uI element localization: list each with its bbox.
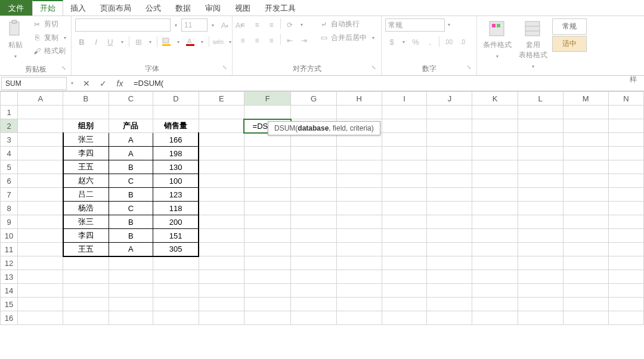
cell-D13[interactable] <box>153 270 199 284</box>
cell-B8[interactable]: 杨浩 <box>63 202 109 215</box>
number-format-dropdown-icon[interactable]: ▾ <box>445 18 453 30</box>
merge-dropdown-icon[interactable]: ▾ <box>369 32 377 44</box>
cell-E16[interactable] <box>199 311 244 325</box>
cell-J3[interactable] <box>427 133 472 147</box>
cell-K5[interactable] <box>472 160 518 174</box>
cell-L14[interactable] <box>518 284 563 298</box>
cell-N11[interactable] <box>608 243 643 256</box>
cell-E2[interactable] <box>199 119 244 133</box>
merge-center-button[interactable]: ▭ 合并后居中 ▾ <box>317 31 380 44</box>
cell-K9[interactable] <box>472 215 518 229</box>
alignment-expand-icon[interactable]: ⤡ <box>371 64 376 70</box>
cell-G8[interactable] <box>291 202 336 215</box>
cell-B7[interactable]: 吕二 <box>63 188 109 202</box>
cell-J12[interactable] <box>427 256 472 270</box>
col-header-H[interactable]: H <box>336 92 382 106</box>
cell-F6[interactable] <box>244 174 290 188</box>
cell-B9[interactable]: 张三 <box>63 215 109 229</box>
cell-K4[interactable] <box>472 147 518 160</box>
cell-G15[interactable] <box>291 298 336 311</box>
cell-H15[interactable] <box>336 298 382 311</box>
cell-K11[interactable] <box>472 243 518 256</box>
copy-button[interactable]: ⎘ 复制 ▾ <box>30 31 72 44</box>
cell-D5[interactable]: 130 <box>153 160 199 174</box>
number-format-select[interactable] <box>385 18 445 32</box>
cell-I14[interactable] <box>382 284 427 298</box>
col-header-I[interactable]: I <box>382 92 427 106</box>
cell-H9[interactable] <box>336 215 382 229</box>
cell-H5[interactable] <box>336 160 382 174</box>
cell-H1[interactable] <box>336 106 382 119</box>
cell-E13[interactable] <box>199 270 244 284</box>
name-box-dropdown-icon[interactable]: ▾ <box>68 78 76 89</box>
cell-M12[interactable] <box>563 256 608 270</box>
col-header-K[interactable]: K <box>472 92 518 106</box>
cell-A16[interactable] <box>18 311 63 325</box>
cell-I2[interactable] <box>382 119 427 133</box>
cell-G11[interactable] <box>291 243 336 256</box>
cell-N3[interactable] <box>608 133 643 147</box>
cell-N14[interactable] <box>608 284 643 298</box>
cell-D8[interactable]: 118 <box>153 202 199 215</box>
cell-B15[interactable] <box>63 298 109 311</box>
cell-I16[interactable] <box>382 311 427 325</box>
row-header-13[interactable]: 13 <box>1 270 18 284</box>
format-painter-button[interactable]: 🖌 格式刷 <box>30 45 72 57</box>
cell-H4[interactable] <box>336 147 382 160</box>
cell-E7[interactable] <box>199 188 244 202</box>
cell-J15[interactable] <box>427 298 472 311</box>
style-good[interactable]: 适中 <box>552 36 587 52</box>
cell-G13[interactable] <box>291 270 336 284</box>
cell-L7[interactable] <box>518 188 563 202</box>
cell-E6[interactable] <box>199 174 244 188</box>
cell-C14[interactable] <box>109 284 153 298</box>
cell-M15[interactable] <box>563 298 608 311</box>
cell-N5[interactable] <box>608 160 643 174</box>
copy-dropdown-icon[interactable]: ▾ <box>61 32 69 44</box>
cell-K7[interactable] <box>472 188 518 202</box>
cell-J5[interactable] <box>427 160 472 174</box>
cell-H14[interactable] <box>336 284 382 298</box>
cell-J10[interactable] <box>427 229 472 243</box>
cell-C2[interactable]: 产品 <box>109 119 153 133</box>
col-header-N[interactable]: N <box>608 92 643 106</box>
align-right-button[interactable]: ≡ <box>265 34 278 47</box>
number-expand-icon[interactable]: ⤡ <box>467 64 472 70</box>
cell-H16[interactable] <box>336 311 382 325</box>
cell-A9[interactable] <box>18 215 63 229</box>
decrease-decimal-button[interactable]: .0 <box>456 35 469 48</box>
cell-N7[interactable] <box>608 188 643 202</box>
cell-L13[interactable] <box>518 270 563 284</box>
cell-N12[interactable] <box>608 256 643 270</box>
cut-button[interactable]: ✂ 剪切 <box>30 18 72 30</box>
cell-B5[interactable]: 王五 <box>63 160 109 174</box>
cell-E4[interactable] <box>199 147 244 160</box>
cell-L12[interactable] <box>518 256 563 270</box>
phonetic-button[interactable]: wén <box>212 35 225 48</box>
row-header-5[interactable]: 5 <box>1 160 18 174</box>
cell-M6[interactable] <box>563 174 608 188</box>
col-header-D[interactable]: D <box>153 92 199 106</box>
cell-J8[interactable] <box>427 202 472 215</box>
cell-L3[interactable] <box>518 133 563 147</box>
cell-G14[interactable] <box>291 284 336 298</box>
cell-I8[interactable] <box>382 202 427 215</box>
bold-button[interactable]: B <box>75 35 88 48</box>
cell-N8[interactable] <box>608 202 643 215</box>
cell-I11[interactable] <box>382 243 427 256</box>
border-button[interactable]: ⊞ <box>132 35 145 48</box>
cell-D9[interactable]: 200 <box>153 215 199 229</box>
row-header-16[interactable]: 16 <box>1 311 18 325</box>
cell-F13[interactable] <box>244 270 290 284</box>
cell-C1[interactable] <box>109 106 153 119</box>
cell-K1[interactable] <box>472 106 518 119</box>
cell-I1[interactable] <box>382 106 427 119</box>
cell-L10[interactable] <box>518 229 563 243</box>
menu-developer[interactable]: 开发工具 <box>258 0 303 16</box>
cell-C12[interactable] <box>109 256 153 270</box>
currency-dropdown-icon[interactable]: ▾ <box>400 36 408 48</box>
cell-F9[interactable] <box>244 215 290 229</box>
cell-N10[interactable] <box>608 229 643 243</box>
cell-C4[interactable]: A <box>109 147 153 160</box>
cell-B11[interactable]: 王五 <box>63 243 109 256</box>
